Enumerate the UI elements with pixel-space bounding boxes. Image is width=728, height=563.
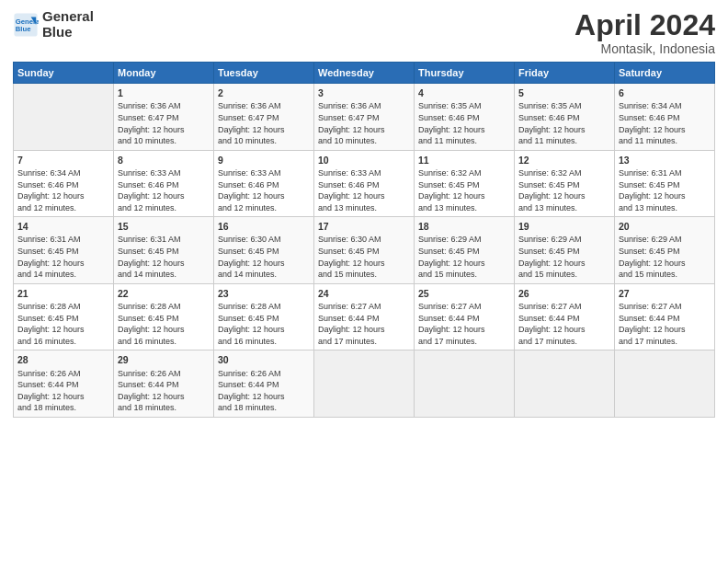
calendar-cell: 7Sunrise: 6:34 AMSunset: 6:46 PMDaylight… bbox=[14, 150, 114, 217]
day-number: 14 bbox=[17, 220, 109, 233]
calendar-cell: 22Sunrise: 6:28 AMSunset: 6:45 PMDayligh… bbox=[114, 283, 214, 350]
day-info: Sunrise: 6:29 AMSunset: 6:45 PMDaylight:… bbox=[518, 234, 610, 280]
calendar-week-row: 14Sunrise: 6:31 AMSunset: 6:45 PMDayligh… bbox=[14, 217, 715, 284]
day-number: 30 bbox=[218, 353, 310, 366]
calendar-cell: 20Sunrise: 6:29 AMSunset: 6:45 PMDayligh… bbox=[615, 217, 715, 284]
calendar-cell: 23Sunrise: 6:28 AMSunset: 6:45 PMDayligh… bbox=[214, 283, 314, 350]
weekday-header-friday: Friday bbox=[515, 63, 615, 84]
day-number: 15 bbox=[118, 220, 210, 233]
day-info: Sunrise: 6:36 AMSunset: 6:47 PMDaylight:… bbox=[118, 100, 210, 146]
calendar-cell: 3Sunrise: 6:36 AMSunset: 6:47 PMDaylight… bbox=[314, 84, 415, 151]
calendar-cell bbox=[314, 350, 415, 418]
day-number: 18 bbox=[418, 220, 510, 233]
calendar-cell: 26Sunrise: 6:27 AMSunset: 6:44 PMDayligh… bbox=[515, 283, 615, 350]
svg-text:Blue: Blue bbox=[16, 25, 31, 33]
weekday-header-monday: Monday bbox=[114, 63, 214, 84]
calendar-week-row: 21Sunrise: 6:28 AMSunset: 6:45 PMDayligh… bbox=[14, 283, 715, 350]
title-block: April 2024 Montasik, Indonesia bbox=[574, 9, 715, 56]
calendar-cell: 29Sunrise: 6:26 AMSunset: 6:44 PMDayligh… bbox=[114, 350, 214, 418]
calendar-cell: 1Sunrise: 6:36 AMSunset: 6:47 PMDaylight… bbox=[114, 84, 214, 151]
calendar-week-row: 28Sunrise: 6:26 AMSunset: 6:44 PMDayligh… bbox=[14, 350, 715, 418]
logo-line1: General bbox=[42, 9, 94, 25]
weekday-header-saturday: Saturday bbox=[615, 63, 715, 84]
page: General Blue General Blue April 2024 Mon… bbox=[0, 0, 728, 563]
day-info: Sunrise: 6:26 AMSunset: 6:44 PMDaylight:… bbox=[17, 368, 109, 414]
logo: General Blue General Blue bbox=[13, 9, 94, 40]
calendar-body: 1Sunrise: 6:36 AMSunset: 6:47 PMDaylight… bbox=[14, 84, 715, 418]
calendar-cell: 28Sunrise: 6:26 AMSunset: 6:44 PMDayligh… bbox=[14, 350, 114, 418]
calendar-header: SundayMondayTuesdayWednesdayThursdayFrid… bbox=[14, 63, 715, 84]
day-number: 8 bbox=[118, 154, 210, 167]
logo-icon: General Blue bbox=[13, 12, 39, 38]
day-number: 21 bbox=[17, 287, 109, 300]
day-info: Sunrise: 6:33 AMSunset: 6:46 PMDaylight:… bbox=[118, 167, 210, 213]
calendar-week-row: 1Sunrise: 6:36 AMSunset: 6:47 PMDaylight… bbox=[14, 84, 715, 151]
header: General Blue General Blue April 2024 Mon… bbox=[13, 9, 715, 56]
day-info: Sunrise: 6:31 AMSunset: 6:45 PMDaylight:… bbox=[118, 234, 210, 280]
calendar-cell: 14Sunrise: 6:31 AMSunset: 6:45 PMDayligh… bbox=[14, 217, 114, 284]
day-info: Sunrise: 6:30 AMSunset: 6:45 PMDaylight:… bbox=[218, 234, 310, 280]
main-title: April 2024 bbox=[574, 9, 715, 41]
day-number: 7 bbox=[17, 154, 109, 167]
calendar-cell: 11Sunrise: 6:32 AMSunset: 6:45 PMDayligh… bbox=[415, 150, 515, 217]
day-number: 9 bbox=[218, 154, 310, 167]
day-number: 5 bbox=[518, 86, 610, 99]
day-info: Sunrise: 6:34 AMSunset: 6:46 PMDaylight:… bbox=[17, 167, 109, 213]
day-number: 17 bbox=[318, 220, 410, 233]
calendar-cell: 9Sunrise: 6:33 AMSunset: 6:46 PMDaylight… bbox=[214, 150, 314, 217]
day-number: 13 bbox=[619, 154, 711, 167]
day-info: Sunrise: 6:36 AMSunset: 6:47 PMDaylight:… bbox=[218, 100, 310, 146]
calendar-cell bbox=[415, 350, 515, 418]
subtitle: Montasik, Indonesia bbox=[574, 41, 715, 56]
day-number: 6 bbox=[619, 86, 711, 99]
day-info: Sunrise: 6:27 AMSunset: 6:44 PMDaylight:… bbox=[518, 301, 610, 347]
day-number: 10 bbox=[318, 154, 410, 167]
day-info: Sunrise: 6:27 AMSunset: 6:44 PMDaylight:… bbox=[318, 301, 410, 347]
calendar-cell: 16Sunrise: 6:30 AMSunset: 6:45 PMDayligh… bbox=[214, 217, 314, 284]
day-info: Sunrise: 6:35 AMSunset: 6:46 PMDaylight:… bbox=[518, 100, 610, 146]
day-number: 24 bbox=[318, 287, 410, 300]
calendar-cell: 2Sunrise: 6:36 AMSunset: 6:47 PMDaylight… bbox=[214, 84, 314, 151]
day-info: Sunrise: 6:32 AMSunset: 6:45 PMDaylight:… bbox=[518, 167, 610, 213]
day-info: Sunrise: 6:33 AMSunset: 6:46 PMDaylight:… bbox=[318, 167, 410, 213]
day-info: Sunrise: 6:31 AMSunset: 6:45 PMDaylight:… bbox=[619, 167, 711, 213]
logo-text: General Blue bbox=[42, 9, 94, 40]
calendar-cell: 13Sunrise: 6:31 AMSunset: 6:45 PMDayligh… bbox=[615, 150, 715, 217]
day-number: 23 bbox=[218, 287, 310, 300]
calendar-cell: 21Sunrise: 6:28 AMSunset: 6:45 PMDayligh… bbox=[14, 283, 114, 350]
calendar-week-row: 7Sunrise: 6:34 AMSunset: 6:46 PMDaylight… bbox=[14, 150, 715, 217]
calendar-cell: 30Sunrise: 6:26 AMSunset: 6:44 PMDayligh… bbox=[214, 350, 314, 418]
day-info: Sunrise: 6:29 AMSunset: 6:45 PMDaylight:… bbox=[619, 234, 711, 280]
day-info: Sunrise: 6:27 AMSunset: 6:44 PMDaylight:… bbox=[418, 301, 510, 347]
weekday-header-tuesday: Tuesday bbox=[214, 63, 314, 84]
day-number: 16 bbox=[218, 220, 310, 233]
day-info: Sunrise: 6:28 AMSunset: 6:45 PMDaylight:… bbox=[17, 301, 109, 347]
day-info: Sunrise: 6:30 AMSunset: 6:45 PMDaylight:… bbox=[318, 234, 410, 280]
logo-line2: Blue bbox=[42, 25, 94, 40]
day-info: Sunrise: 6:33 AMSunset: 6:46 PMDaylight:… bbox=[218, 167, 310, 213]
day-info: Sunrise: 6:26 AMSunset: 6:44 PMDaylight:… bbox=[118, 368, 210, 414]
calendar-cell: 18Sunrise: 6:29 AMSunset: 6:45 PMDayligh… bbox=[415, 217, 515, 284]
calendar-cell bbox=[14, 84, 114, 151]
calendar-table: SundayMondayTuesdayWednesdayThursdayFrid… bbox=[13, 62, 715, 418]
day-info: Sunrise: 6:26 AMSunset: 6:44 PMDaylight:… bbox=[218, 368, 310, 414]
calendar-cell: 27Sunrise: 6:27 AMSunset: 6:44 PMDayligh… bbox=[615, 283, 715, 350]
day-info: Sunrise: 6:27 AMSunset: 6:44 PMDaylight:… bbox=[619, 301, 711, 347]
day-number: 22 bbox=[118, 287, 210, 300]
day-info: Sunrise: 6:28 AMSunset: 6:45 PMDaylight:… bbox=[218, 301, 310, 347]
day-info: Sunrise: 6:31 AMSunset: 6:45 PMDaylight:… bbox=[17, 234, 109, 280]
day-number: 25 bbox=[418, 287, 510, 300]
day-info: Sunrise: 6:36 AMSunset: 6:47 PMDaylight:… bbox=[318, 100, 410, 146]
calendar-cell: 8Sunrise: 6:33 AMSunset: 6:46 PMDaylight… bbox=[114, 150, 214, 217]
calendar-cell: 12Sunrise: 6:32 AMSunset: 6:45 PMDayligh… bbox=[515, 150, 615, 217]
day-number: 12 bbox=[518, 154, 610, 167]
calendar-cell bbox=[515, 350, 615, 418]
day-number: 11 bbox=[418, 154, 510, 167]
weekday-header-sunday: Sunday bbox=[14, 63, 114, 84]
day-info: Sunrise: 6:32 AMSunset: 6:45 PMDaylight:… bbox=[418, 167, 510, 213]
calendar-cell: 17Sunrise: 6:30 AMSunset: 6:45 PMDayligh… bbox=[314, 217, 415, 284]
day-number: 20 bbox=[619, 220, 711, 233]
day-number: 19 bbox=[518, 220, 610, 233]
calendar-cell: 24Sunrise: 6:27 AMSunset: 6:44 PMDayligh… bbox=[314, 283, 415, 350]
calendar-cell: 6Sunrise: 6:34 AMSunset: 6:46 PMDaylight… bbox=[615, 84, 715, 151]
